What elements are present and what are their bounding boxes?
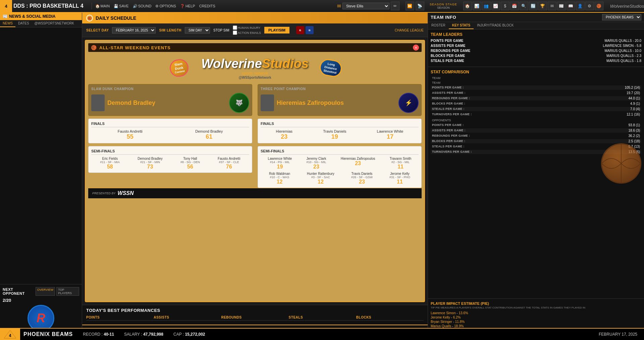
app-logo: 4	[0, 0, 12, 12]
demond-score: 61	[195, 133, 223, 140]
stat-row-3: BLOCKS PER GAME : 4.9 (1)	[431, 101, 641, 106]
schedule-icon[interactable]: 📅	[510, 2, 519, 10]
trade-icon[interactable]: 🔄	[529, 2, 538, 10]
trophy-icon[interactable]: 🏆	[538, 2, 547, 10]
bp-assists-col: ASSISTS	[154, 316, 221, 322]
assists-player: LAWRENCE SIMON - 5.8	[603, 44, 641, 48]
news-icon[interactable]: 📰	[557, 2, 566, 10]
edit-user-icon[interactable]: ✏	[391, 2, 399, 10]
all-star-close-button[interactable]: ✕	[413, 45, 419, 51]
right-panel: TEAM INFO PHOENIX BEAMS ROSTER KEY STATS…	[428, 13, 644, 340]
settings-icon[interactable]: ⚙	[585, 2, 594, 10]
bp-points-header: POINTS	[86, 316, 154, 321]
stat-row-1: ASSISTS PER GAME : 19.7 (20)	[431, 91, 641, 95]
opponents-section-label: OPPONENTS	[431, 119, 641, 122]
next-opp-title: NEXT OPPONENT	[3, 287, 36, 295]
slam-dunk-winner: Demond Bradley	[107, 99, 155, 107]
chart-icon[interactable]: 📈	[491, 2, 500, 10]
sim-length-select[interactable]: SIM DAY	[185, 27, 210, 33]
select-day-label: SELECT DAY	[86, 28, 109, 32]
team-leaders-section: TEAM LEADERS POINTS PER GAME MARIUS QUAL…	[428, 29, 644, 67]
wssn-center-logo: SlamDunkContest WolverineStudios sports …	[88, 55, 422, 81]
schedule-controls: SELECT DAY FEBRUARY 16, 2025 SIM LENGTH …	[82, 23, 428, 37]
schedule-icon-circle: 🏀	[86, 15, 93, 21]
tab-key-stats[interactable]: KEY STATS	[449, 22, 474, 29]
action-emails-checkbox[interactable]: ACTION EMAILS	[233, 30, 261, 35]
opp-stat-row-2: REBOUNDS PER GAME : 36.2 (2)	[431, 134, 641, 138]
points-label: POINTS PER GAME	[431, 39, 464, 43]
news-header: 📰 NEWS & SOCIAL MEDIA	[0, 13, 82, 20]
record-status: RECORD : 40-11	[83, 332, 114, 337]
top-players-button[interactable]: TOP PLAYERS	[56, 287, 79, 296]
demond-name: Demond Bradley	[195, 129, 223, 133]
bp-blocks-col: BLOCKS	[356, 316, 424, 322]
events-container: FINALS Fausto Andretti 55 Demond Bradley…	[88, 119, 422, 188]
people-icon[interactable]: 👥	[482, 2, 491, 10]
news-tabs: NEWS DATES @WSSPORTSNETWORK	[0, 20, 82, 27]
bp-rebounds-col: REBOUNDS	[221, 316, 288, 322]
next-opp-header: NEXT OPPONENT OVERVIEW TOP PLAYERS	[3, 287, 79, 296]
bp-table: POINTS ASSISTS REBOUNDS STEALS BLOCKS	[86, 316, 424, 322]
three-point-finals-box: FINALS Hieremias 23 Travis Daniels 19	[258, 119, 422, 143]
semis-hieremias: Hieremias Zafiropoulos 23	[341, 157, 375, 170]
user-dropdown[interactable]: Steve Ellis	[342, 3, 389, 9]
center-panel: 🏀 DAILY SCHEDULE SELECT DAY FEBRUARY 16,…	[82, 13, 428, 340]
user-section: ✉ Steve Ellis ✏	[337, 2, 399, 10]
stat-row-4: STEALS PER GAME : 7.0 (4)	[431, 107, 641, 111]
three-point-label: THREE POINT CHAMPION	[261, 87, 419, 91]
search-icon[interactable]: 🔍	[520, 2, 528, 10]
change-league-button[interactable]: CHANGE LEAGUE	[395, 28, 424, 32]
mail-icon[interactable]: ✉	[548, 2, 556, 10]
menu-credits[interactable]: CREDITS	[199, 4, 215, 8]
basketball-decoration	[431, 157, 641, 184]
bp-steals-col: STEALS	[289, 316, 356, 322]
semis-lawrence-white: Lawrence White #14 - PG - MIL 19	[268, 157, 292, 170]
three-point-winner: Hieremias Zafiropoulos	[277, 99, 344, 107]
pie-header: PLAYER IMPACT ESTIMATE (PIE)	[431, 301, 641, 305]
team-select[interactable]: PHOENIX BEAMS	[602, 14, 641, 20]
pie-description: TIP PIE MEASURES A PLAYER'S OVERALL STAT…	[431, 306, 641, 309]
broadcast-icon[interactable]: 📡	[416, 2, 424, 10]
menu-options[interactable]: ⚙ OPTIONS	[155, 4, 176, 8]
left-panel: 📰 NEWS & SOCIAL MEDIA NEWS DATES @WSSPOR…	[0, 13, 82, 340]
league-logos: B B	[296, 26, 314, 34]
pie-player-0: Lawrence Simon - 13.6%	[431, 311, 641, 315]
semis-fausto-andretti: Fausto Andretti #37 - SF - CLE 76	[218, 157, 240, 170]
home-icon[interactable]: 🏠	[463, 2, 472, 10]
nav-icons: ⏩ 📡	[406, 2, 424, 10]
tab-news[interactable]: NEWS	[0, 20, 15, 27]
fausto-score: 55	[118, 133, 143, 140]
person-icon[interactable]: 👤	[576, 2, 585, 10]
status-bar: 4 PHOENIX BEAMS RECORD : 40-11 SALARY : …	[0, 328, 644, 340]
human-injury-checkbox[interactable]: HUMAN INJURY	[233, 25, 261, 30]
menu-main[interactable]: 🏠 MAIN	[95, 4, 110, 8]
stats-icon[interactable]: 📊	[473, 2, 481, 10]
skip-forward-icon[interactable]: ⏩	[406, 2, 414, 10]
bp-points-col: POINTS	[86, 316, 154, 322]
menu-sound[interactable]: 🔊 SOUND	[133, 4, 152, 8]
all-star-header: 🏀 ALL-STAR WEEKEND EVENTS ✕	[88, 43, 422, 52]
overview-button[interactable]: OVERVIEW	[36, 287, 55, 296]
play-sim-button[interactable]: PLAY/SIM	[264, 27, 289, 33]
all-star-box: 🏀 ALL-STAR WEEKEND EVENTS ✕ SlamDunkCont…	[85, 40, 425, 302]
stat-comp-title: STAT COMPARISON	[431, 70, 641, 74]
menu-help[interactable]: ❓ HELP	[180, 4, 195, 8]
menu-save[interactable]: 💾 SAVE	[114, 4, 129, 8]
bp-rebounds-header: REBOUNDS	[221, 316, 288, 321]
dollar-icon[interactable]: $	[501, 2, 509, 10]
date-select[interactable]: FEBRUARY 16, 2025	[112, 27, 156, 33]
salary-status: SALARY : 47,792,998	[124, 332, 163, 337]
steals-player: MARIUS QUALLS - 1.8	[606, 59, 641, 63]
wssn-handle: @WSSportsNetwork	[201, 76, 309, 79]
tab-dates[interactable]: DATES	[15, 20, 32, 27]
three-point-side: FINALS Hieremias 23 Travis Daniels 19	[258, 119, 422, 188]
tab-injury-trade[interactable]: INJURY/TRADE BLOCK	[474, 22, 517, 29]
book-icon[interactable]: 📖	[567, 2, 575, 10]
tab-wssports[interactable]: @WSSPORTSNETWORK	[32, 20, 77, 27]
all-star-icon: 🏀	[91, 45, 97, 50]
bp-assists-header: ASSISTS	[154, 316, 221, 321]
tab-roster[interactable]: ROSTER	[428, 22, 449, 29]
league-logo-1: B	[296, 26, 304, 34]
team-icon[interactable]: 🏀	[595, 2, 603, 10]
pie-player-3: Marius Qualls - 18.9%	[431, 324, 641, 328]
